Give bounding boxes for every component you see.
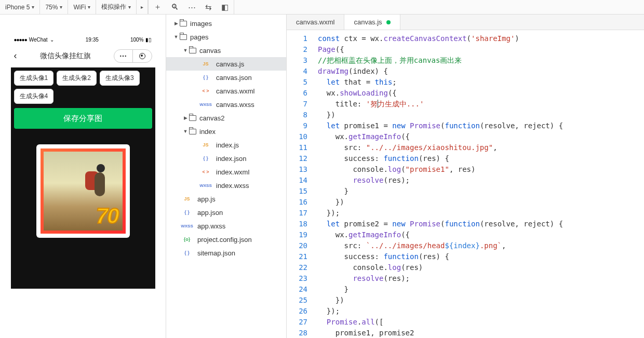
phone-body: 生成头像1生成头像2生成头像3生成头像4 保存分享图 70 (11, 67, 155, 289)
caret-down-icon[interactable]: ▼ (182, 129, 189, 134)
tree-file[interactable]: { }index.json (166, 152, 286, 165)
phone-frame: ●●●●● WeChat ⌄ 19:35 100% ▮▯ ‹ 微信头像挂红旗 ⋯ (11, 34, 155, 289)
search-icon[interactable]: 🔍︎ (171, 3, 179, 11)
split-icon[interactable]: ◧ (221, 3, 229, 12)
top-icons: ＋ 🔍︎ ⋯ ⇆ ◧ (148, 0, 234, 14)
wxss-file-icon: WXSS (198, 183, 213, 188)
tree-item-label: images (190, 20, 212, 28)
tree-item-label: index.js (216, 141, 239, 149)
tree-file[interactable]: JSapp.js (166, 192, 286, 206)
avatar-pill[interactable]: 生成头像1 (14, 71, 54, 86)
back-icon[interactable]: ‹ (14, 50, 17, 61)
avatar-pill[interactable]: 生成头像4 (14, 89, 54, 104)
tree-file[interactable]: { }app.json (166, 206, 286, 219)
folder-icon (180, 34, 187, 40)
tree-file[interactable]: WXSSapp.wxss (166, 219, 286, 233)
file-tree-panel[interactable]: ▶images▼pages▼canvasJScanvas.js{ }canvas… (166, 15, 287, 338)
js-file-icon: JS (198, 142, 213, 147)
tree-folder[interactable]: ▼index (166, 125, 286, 138)
wxss-file-icon: WXSS (180, 224, 194, 228)
chevron-down-icon: ▾ (32, 4, 34, 10)
tree-folder[interactable]: ▼pages (166, 30, 286, 44)
network-dropdown[interactable]: WiFi ▾ (68, 0, 96, 14)
avatar-frame: 70 (41, 148, 126, 234)
editor-tabs: canvas.wxmlcanvas.js (287, 15, 644, 30)
editor-tab[interactable]: canvas.wxml (287, 15, 344, 30)
tree-file[interactable]: { }sitemap.json (166, 246, 286, 260)
editor-tab[interactable]: canvas.js (344, 15, 400, 30)
capsule: ⋯ (114, 49, 152, 63)
tree-folder[interactable]: ▶images (166, 17, 286, 30)
folder-icon (189, 129, 196, 134)
tree-item-label: project.config.json (197, 236, 252, 244)
simulator-panel: ●●●●● WeChat ⌄ 19:35 100% ▮▯ ‹ 微信头像挂红旗 ⋯ (0, 15, 166, 338)
dirty-indicator-icon (386, 20, 391, 24)
device-dropdown[interactable]: iPhone 5 ▾ (0, 0, 40, 14)
zoom-label: 75% (45, 4, 58, 11)
settings-sliders-icon[interactable]: ⇆ (205, 3, 212, 12)
avatar-pill[interactable]: 生成头像2 (57, 71, 97, 86)
battery-icon: ▮▯ (145, 37, 152, 43)
folder-icon (189, 115, 196, 121)
phone-status-bar: ●●●●● WeChat ⌄ 19:35 100% ▮▯ (11, 34, 155, 45)
wxml-file-icon: < > (198, 88, 213, 93)
tree-folder[interactable]: ▼canvas (166, 44, 286, 57)
battery-label: 100% (130, 37, 144, 43)
tree-file[interactable]: JScanvas.js (166, 57, 286, 71)
tree-item-label: index (199, 128, 216, 136)
chevron-down-icon: ▾ (88, 4, 90, 10)
simulate-label: 模拟操作 (101, 3, 126, 11)
code-content[interactable]: const ctx = wx.createCanvasContext('shar… (313, 30, 644, 338)
device-label: iPhone 5 (5, 4, 30, 11)
caret-down-icon[interactable]: ▼ (172, 34, 180, 39)
js-file-icon: JS (180, 196, 194, 201)
top-toolbar: iPhone 5 ▾ 75% ▾ WiFi ▾ 模拟操作 ▾ ▸ ＋ 🔍︎ ⋯ … (0, 0, 644, 15)
tree-file[interactable]: JSindex.js (166, 138, 286, 152)
tree-file[interactable]: WXSSindex.wxss (166, 179, 286, 192)
caret-down-icon[interactable]: ▼ (182, 48, 189, 53)
wxml-file-icon: < > (198, 169, 213, 174)
tree-item-label: canvas.js (216, 60, 244, 68)
capsule-close-button[interactable] (133, 50, 152, 62)
tree-item-label: app.js (197, 195, 216, 203)
capsule-menu-button[interactable]: ⋯ (114, 50, 133, 62)
wifi-icon: ⌄ (50, 37, 54, 43)
save-share-button[interactable]: 保存分享图 (14, 108, 152, 129)
time-label: 19:35 (86, 37, 99, 43)
tab-label: canvas.js (354, 18, 382, 26)
add-icon[interactable]: ＋ (154, 2, 162, 12)
avatar-pill[interactable]: 生成头像3 (100, 71, 140, 86)
tree-item-label: index.wxml (216, 168, 249, 176)
tree-file[interactable]: WXSScanvas.wxss (166, 98, 286, 111)
tree-folder[interactable]: ▶canvas2 (166, 111, 286, 125)
tree-file[interactable]: {o}project.config.json (166, 233, 286, 246)
tree-file[interactable]: { }canvas.json (166, 71, 286, 84)
more-icon[interactable]: ⋯ (188, 3, 196, 12)
json-file-icon: { } (180, 250, 194, 255)
code-area[interactable]: 1234567891011121314151617181920212223242… (287, 30, 644, 338)
tree-item-label: sitemap.json (197, 249, 235, 257)
toolbar-spacer-button[interactable]: ▸ (137, 0, 148, 14)
json-file-icon: { } (180, 210, 194, 215)
phone-nav-bar: ‹ 微信头像挂红旗 ⋯ (11, 45, 155, 67)
tree-file[interactable]: < >canvas.wxml (166, 84, 286, 98)
seventy-badge: 70 (96, 204, 118, 228)
tree-item-label: canvas (199, 47, 221, 55)
wxss-file-icon: WXSS (198, 102, 213, 107)
tree-item-label: canvas.json (216, 74, 252, 82)
save-share-label: 保存分享图 (63, 114, 102, 124)
network-label: WiFi (73, 4, 86, 11)
line-gutter: 1234567891011121314151617181920212223242… (287, 30, 313, 338)
caret-right-icon[interactable]: ▶ (172, 21, 180, 26)
conf-file-icon: {o} (180, 237, 194, 242)
simulate-dropdown[interactable]: 模拟操作 ▾ (96, 0, 137, 14)
folder-icon (180, 21, 187, 26)
js-file-icon: JS (198, 61, 213, 66)
editor-panel: canvas.wxmlcanvas.js 1234567891011121314… (287, 15, 644, 338)
carrier-label: WeChat (29, 37, 48, 43)
zoom-dropdown[interactable]: 75% ▾ (40, 0, 68, 14)
caret-right-icon[interactable]: ▶ (182, 115, 189, 120)
tree-file[interactable]: < >index.wxml (166, 165, 286, 179)
avatar-stage: 70 (36, 144, 130, 238)
hiker-illustration (87, 161, 111, 208)
